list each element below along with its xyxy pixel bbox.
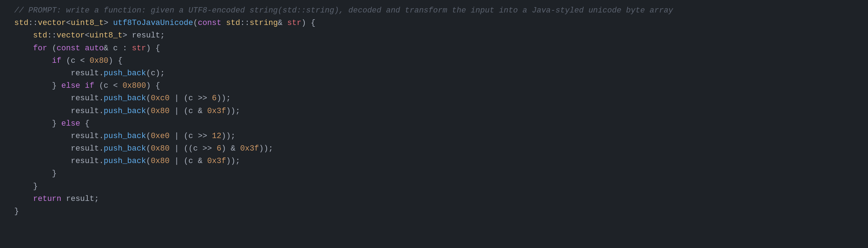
token-punct-11d: >> [193,130,212,142]
token-punct-2b: < [66,17,71,29]
token-var-3: result [132,29,160,42]
token-var-11b: c [189,130,193,142]
token-punct-15: } [33,180,38,193]
token-kw-4a: for [33,42,52,55]
token-num-12c: 0x3f [240,142,259,155]
token-punct-4a: ( [52,42,57,55]
token-punct-12c: | (( [170,142,193,155]
token-punct-9b: ( [146,105,151,117]
token-punct-12e: ) & [221,142,240,155]
token-punct-13a: . [99,155,104,167]
token-func-6: push_back [104,67,146,80]
token-punct-16: ; [94,193,99,205]
token-punct-2c: > [104,17,113,29]
code-line-1: // PROMPT: write a function: given a UTF… [0,4,868,17]
token-num-12a: 0x80 [151,142,170,155]
token-var-8b: c [189,92,193,105]
token-type-2e: string [250,17,278,29]
token-num-9b: 0x3f [207,105,226,117]
token-var-9b: c [189,105,193,117]
code-line-3: std::vector<uint8_t> result; [0,29,868,42]
token-punct-8c: | ( [170,92,189,105]
token-punct-12a: . [99,142,104,155]
token-param-2: str [287,17,302,29]
indent-6 [14,67,71,80]
indent-8 [14,92,71,105]
token-type-3b: vector [57,29,85,42]
code-line-16: return result; [0,193,868,205]
indent-15 [14,180,33,193]
token-punct-7a: } [52,80,61,92]
token-punct-13d: & [193,155,207,167]
token-num-12b: 6 [217,142,221,155]
code-editor: // PROMPT: write a function: given a UTF… [0,0,868,248]
indent-3 [14,29,33,42]
code-line-6: result.push_back(c); [0,67,868,80]
token-type-3c: uint8_t [89,29,122,42]
code-line-13: result.push_back(0x80 | (c & 0x3f)); [0,155,868,167]
token-punct-11c: | ( [170,130,189,142]
token-punct-12f: )); [259,142,273,155]
token-var-13b: c [189,155,193,167]
token-punct-9e: )); [226,105,240,117]
token-num-7: 0x800 [123,80,146,92]
token-punct-6b: ( [146,67,151,80]
indent-11 [14,130,71,142]
token-num-13a: 0x80 [151,155,170,167]
token-punct-5a: ( [66,55,71,67]
code-line-15: } [0,180,868,193]
indent-16 [14,193,33,205]
token-punct-10b: { [85,117,89,130]
token-punct-9a: . [99,105,104,117]
token-var-13a: result [71,155,99,167]
token-func-2: utf8ToJavaUnicode [113,17,193,29]
code-line-9: result.push_back(0x80 | (c & 0x3f)); [0,105,868,117]
token-punct-5c: ) { [108,55,123,67]
token-var-12b: c [193,142,198,155]
token-punct-6a: . [99,67,104,80]
token-punct-11a: . [99,130,104,142]
code-line-17: } [0,205,868,218]
code-line-8: result.push_back(0xc0 | (c >> 6)); [0,92,868,105]
token-kw-10: else [61,117,85,130]
indent-5 [14,55,52,67]
indent-4 [14,42,33,55]
token-punct-11b: ( [146,130,151,142]
token-punct-13e: )); [226,155,240,167]
token-punct-4d: ) { [146,42,160,55]
token-punct-12d: >> [198,142,217,155]
token-kw-2a: const [198,17,226,29]
token-punct-2a: :: [29,17,38,29]
token-punct-7b: ( [99,80,104,92]
token-punct-3d: ; [160,29,165,42]
token-punct-8b: ( [146,92,151,105]
token-type-2a: std [14,17,29,29]
token-param-4: str [132,42,146,55]
token-punct-4b: & [104,42,113,55]
token-punct-2d: ( [193,17,198,29]
indent-7 [14,80,52,92]
token-func-12: push_back [104,142,146,155]
token-num-13b: 0x3f [207,155,226,167]
token-type-2d: std [226,17,240,29]
token-func-9: push_back [104,105,146,117]
token-punct-7d: ) { [146,80,160,92]
indent-13 [14,155,71,167]
token-var-7: c [104,80,108,92]
token-punct-6c: ); [155,67,165,80]
token-num-5: 0x80 [89,55,108,67]
token-punct-2f: & [278,17,287,29]
token-num-9a: 0x80 [151,105,170,117]
token-punct-8d: >> [193,92,212,105]
token-num-11a: 0xe0 [151,130,170,142]
token-punct-11e: )); [221,130,236,142]
token-punct-9c: | ( [170,105,189,117]
token-var-9a: result [71,105,99,117]
code-line-10: } else { [0,117,868,130]
token-var-16: result [66,193,94,205]
token-var-11a: result [71,130,99,142]
token-kw-5: if [52,55,66,67]
token-type-3a: std [33,29,47,42]
code-line-2: std::vector<uint8_t> utf8ToJavaUnicode(c… [0,17,868,29]
token-type-2b: vector [38,17,66,29]
